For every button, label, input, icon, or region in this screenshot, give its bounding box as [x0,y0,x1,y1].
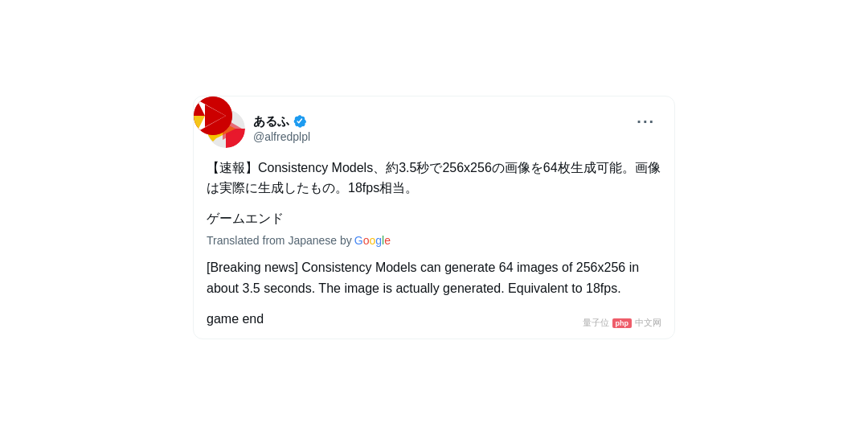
english-body-text: [Breaking news] Consistency Models can g… [207,257,661,298]
username: @alfredplpl [253,129,310,144]
display-name[interactable]: あるふ [253,113,310,129]
japanese-body-text: 【速報】Consistency Models、約3.5秒で256x256の画像を… [207,158,661,199]
translation-label: Translated from Japanese by Google [207,232,661,250]
more-options-button[interactable]: ··· [630,109,661,134]
name-text: あるふ [253,113,289,129]
watermark: 量子位 php 中文网 [583,317,662,329]
translation-prefix: Translated from Japanese by [207,232,352,250]
verified-badge [293,114,307,129]
avatar[interactable] [207,109,245,148]
tweet-header-left: あるふ @alfredplpl [207,109,310,148]
tweet-card: あるふ @alfredplpl ··· 【速報】Consistency Mode… [193,96,675,339]
watermark-site: 中文网 [635,317,661,329]
google-brand: Google [354,232,391,250]
tweet-body: 【速報】Consistency Models、約3.5秒で256x256の画像を… [207,158,661,329]
watermark-brand: 量子位 [583,317,609,329]
user-info: あるふ @alfredplpl [253,113,310,144]
watermark-badge: php [612,318,633,328]
japanese-game-end-text: ゲームエンド [207,208,661,229]
tweet-header: あるふ @alfredplpl ··· [207,109,661,148]
